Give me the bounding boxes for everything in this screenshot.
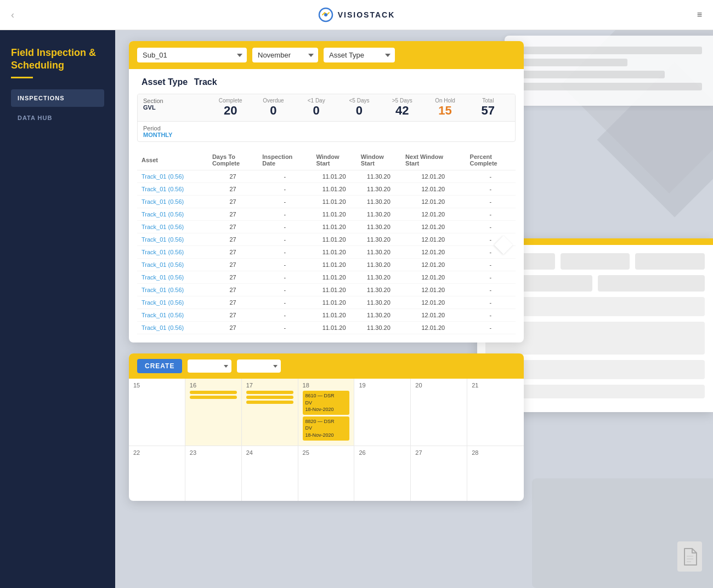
win-end-cell: 11.30.20 [356, 322, 401, 334]
gt5days-label: >5 Days [381, 98, 423, 104]
asset-link[interactable]: Track_01 (0.56) [137, 322, 208, 334]
stat-lt1day: <1 Day 0 [295, 98, 338, 118]
sidebar-title: Field Inspection & Scheduling [11, 47, 104, 72]
cal-event-2[interactable]: 8820 — DSRDV18-Nov-2020 [303, 416, 350, 441]
pct-cell: - [466, 271, 516, 284]
asset-type-select[interactable]: Asset Type Track Bridge [324, 48, 395, 62]
table-row: Track_01 (0.56) 27 - 11.01.20 11.30.20 1… [137, 221, 516, 233]
win-end-cell: 11.30.20 [356, 284, 401, 296]
app-name: VISIOSTACK [338, 10, 395, 19]
file-icon-container [677, 541, 702, 572]
cal-cell-23: 23 [185, 446, 242, 501]
calendar-header: CREATE [129, 353, 524, 379]
days-cell: 27 [208, 322, 258, 334]
stats-header: Section GVL Complete 20 Overdue 0 [138, 94, 515, 122]
total-label: Total [467, 98, 510, 104]
pct-cell: - [466, 284, 516, 296]
asset-link[interactable]: Track_01 (0.56) [137, 259, 208, 271]
cal-event[interactable] [190, 391, 237, 394]
cal-event[interactable] [246, 391, 293, 394]
stat-onhold: On Hold 15 [423, 98, 466, 118]
asset-link[interactable]: Track_01 (0.56) [137, 170, 208, 183]
stat-overdue: Overdue 0 [252, 98, 295, 118]
table-row: Track_01 (0.56) 27 - 11.01.20 11.30.20 1… [137, 309, 516, 322]
overdue-label: Overdue [252, 98, 295, 104]
file-icon[interactable] [677, 541, 702, 572]
day-number: 22 [133, 449, 180, 456]
placeholder-line [516, 59, 627, 66]
win-start-cell: 11.01.20 [312, 170, 356, 183]
win-end-cell: 11.30.20 [356, 296, 401, 309]
asset-link[interactable]: Track_01 (0.56) [137, 233, 208, 246]
cal-cell-17: 17 [242, 379, 298, 446]
asset-link[interactable]: Track_01 (0.56) [137, 221, 208, 233]
table-row: Track_01 (0.56) 27 - 11.01.20 11.30.20 1… [137, 183, 516, 196]
win-end-cell: 11.30.20 [356, 221, 401, 233]
table-row: Track_01 (0.56) 27 - 11.01.20 11.30.20 1… [137, 271, 516, 284]
pct-cell: - [466, 196, 516, 208]
calendar-select-2[interactable] [237, 359, 281, 373]
form-field-3[interactable] [635, 253, 705, 270]
stat-gt5days: >5 Days 42 [381, 98, 423, 118]
pct-cell: - [466, 259, 516, 271]
next-win-cell: 12.01.20 [401, 208, 465, 221]
asset-link[interactable]: Track_01 (0.56) [137, 309, 208, 322]
next-win-cell: 12.01.20 [401, 259, 465, 271]
form-field-2[interactable] [561, 253, 630, 270]
day-number: 23 [190, 449, 237, 456]
stat-complete: Complete 20 [209, 98, 252, 118]
section-value: GVL [143, 104, 209, 111]
insp-date-cell: - [258, 322, 312, 334]
cal-event[interactable] [246, 396, 293, 399]
cal-event[interactable] [190, 396, 237, 399]
insp-date-cell: - [258, 170, 312, 183]
col-pct: PercentComplete [466, 150, 516, 170]
pct-cell: - [466, 208, 516, 221]
cal-event[interactable] [246, 401, 293, 404]
sidebar-item-inspections[interactable]: INSPECTIONS [11, 89, 104, 107]
back-button[interactable]: ‹ [11, 9, 14, 21]
table-row: Track_01 (0.56) 27 - 11.01.20 11.30.20 1… [137, 170, 516, 183]
asset-link[interactable]: Track_01 (0.56) [137, 284, 208, 296]
placeholder-line [516, 83, 702, 90]
day-number: 17 [246, 382, 293, 389]
asset-link[interactable]: Track_01 (0.56) [137, 296, 208, 309]
next-win-cell: 12.01.20 [401, 183, 465, 196]
table-row: Track_01 (0.56) 27 - 11.01.20 11.30.20 1… [137, 196, 516, 208]
cal-event-1[interactable]: 8610 — DSRDV18-Nov-2020 [303, 391, 350, 415]
next-win-cell: 12.01.20 [401, 309, 465, 322]
asset-link[interactable]: Track_01 (0.56) [137, 246, 208, 259]
days-cell: 27 [208, 183, 258, 196]
day-number: 18 [303, 382, 350, 389]
insp-date-cell: - [258, 233, 312, 246]
top-bar: ‹ VISIOSTACK ≡ [0, 0, 713, 30]
win-start-cell: 11.01.20 [312, 221, 356, 233]
create-button[interactable]: CREATE [137, 359, 182, 373]
asset-link[interactable]: Track_01 (0.56) [137, 196, 208, 208]
form-field-5[interactable] [598, 275, 705, 292]
win-end-cell: 11.30.20 [356, 246, 401, 259]
asset-link[interactable]: Track_01 (0.56) [137, 271, 208, 284]
asset-link[interactable]: Track_01 (0.56) [137, 208, 208, 221]
table-row: Track_01 (0.56) 27 - 11.01.20 11.30.20 1… [137, 296, 516, 309]
next-win-cell: 12.01.20 [401, 196, 465, 208]
next-win-cell: 12.01.20 [401, 170, 465, 183]
sub-select[interactable]: Sub_01 Sub_02 Sub_03 [137, 48, 247, 62]
win-start-cell: 11.01.20 [312, 196, 356, 208]
day-number: 25 [303, 449, 350, 456]
day-number: 15 [133, 382, 180, 389]
stats-section: Section GVL Complete 20 Overdue 0 [137, 94, 516, 142]
sidebar-divider [11, 77, 33, 78]
stats-section-label: Section GVL [143, 98, 209, 118]
complete-value: 20 [209, 104, 252, 118]
month-select[interactable]: November December January [252, 48, 318, 62]
asset-link[interactable]: Track_01 (0.56) [137, 183, 208, 196]
insp-date-cell: - [258, 246, 312, 259]
cal-cell-22: 22 [129, 446, 185, 501]
insp-date-cell: - [258, 309, 312, 322]
win-start-cell: 11.01.20 [312, 259, 356, 271]
menu-icon[interactable]: ≡ [697, 10, 702, 20]
calendar-select-1[interactable] [188, 359, 231, 373]
total-value: 57 [467, 104, 510, 118]
sidebar-item-data-hub[interactable]: DATA HUB [11, 109, 104, 127]
